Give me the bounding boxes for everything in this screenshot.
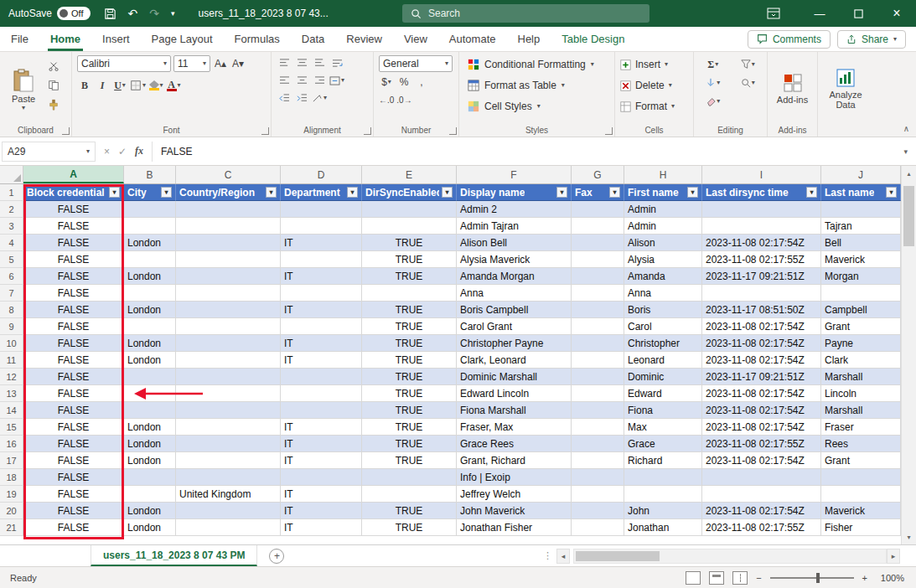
cell-D12[interactable] [281, 369, 362, 385]
font-size-combo[interactable]: 11▾ [173, 55, 210, 72]
cell-G6[interactable] [572, 268, 624, 285]
cell-D3[interactable] [281, 218, 362, 235]
cell-J13[interactable]: Lincoln [821, 385, 901, 402]
cell-C8[interactable] [176, 302, 281, 318]
table-header-dirsyncenabled[interactable]: DirSyncEnabled▾ [362, 184, 457, 201]
cell-F17[interactable]: Grant, Richard [457, 452, 572, 469]
cut-button[interactable] [45, 59, 62, 74]
cell-C12[interactable] [176, 369, 281, 385]
cell-D8[interactable]: IT [281, 302, 362, 318]
cell-E12[interactable]: TRUE [362, 369, 457, 385]
row-header-20[interactable]: 20 [0, 503, 23, 519]
cell-H7[interactable]: Anna [624, 285, 702, 302]
font-color-button[interactable]: A ▾ [166, 78, 181, 93]
cell-C16[interactable] [176, 436, 281, 452]
filter-button[interactable]: ▾ [266, 187, 277, 198]
zoom-in-button[interactable]: + [862, 573, 867, 583]
accounting-format-button[interactable]: $▾ [379, 75, 394, 90]
cell-B5[interactable] [124, 251, 176, 268]
table-header-city[interactable]: City▾ [124, 184, 176, 201]
cell-F15[interactable]: Fraser, Max [457, 419, 572, 436]
filter-button[interactable]: ▾ [556, 187, 567, 198]
cell-G16[interactable] [572, 436, 624, 452]
row-header-10[interactable]: 10 [0, 335, 23, 352]
quick-access-dropdown[interactable]: ▾ [171, 9, 175, 18]
cell-C18[interactable] [176, 469, 281, 486]
conditional-formatting-button[interactable]: Conditional Formatting ▾ [464, 55, 609, 74]
cell-F14[interactable]: Fiona Marshall [457, 402, 572, 419]
filter-button[interactable]: ▾ [109, 187, 120, 198]
table-header-display-name[interactable]: Display name▾ [457, 184, 572, 201]
cell-C9[interactable] [176, 318, 281, 335]
underline-button[interactable]: U▾ [112, 78, 127, 93]
filter-button[interactable]: ▾ [347, 187, 358, 198]
alignment-dialog-launcher[interactable] [364, 127, 371, 135]
analyze-data-button[interactable]: Analyze Data [823, 55, 868, 123]
cell-E3[interactable] [362, 218, 457, 235]
cell-styles-button[interactable]: Cell Styles ▾ [464, 97, 609, 116]
cell-G12[interactable] [572, 369, 624, 385]
row-header-9[interactable]: 9 [0, 318, 23, 335]
cell-J17[interactable]: Grant [821, 452, 901, 469]
column-header-J[interactable]: J [821, 166, 901, 183]
row-header-17[interactable]: 17 [0, 452, 23, 469]
insert-cells-button[interactable]: Insert ▾ [620, 55, 688, 74]
cell-F7[interactable]: Anna [457, 285, 572, 302]
decrease-font-size-button[interactable]: A▾ [230, 56, 246, 71]
align-middle-button[interactable] [294, 55, 309, 70]
cell-H12[interactable]: Dominic [624, 369, 702, 385]
cell-I14[interactable]: 2023-11-08 02:17:54Z [702, 402, 821, 419]
cell-A8[interactable]: FALSE [23, 302, 124, 318]
cell-D18[interactable] [281, 469, 362, 486]
cell-E5[interactable]: TRUE [362, 251, 457, 268]
cell-E17[interactable]: TRUE [362, 452, 457, 469]
cell-E4[interactable]: TRUE [362, 235, 457, 251]
cell-E14[interactable]: TRUE [362, 402, 457, 419]
table-header-block-credential[interactable]: Block credential▾ [23, 184, 124, 201]
cell-E18[interactable] [362, 469, 457, 486]
cell-G11[interactable] [572, 352, 624, 369]
ribbon-tab-review[interactable]: Review [335, 27, 393, 51]
cell-F6[interactable]: Amanda Morgan [457, 268, 572, 285]
table-header-last-name[interactable]: Last name▾ [821, 184, 901, 201]
cell-I7[interactable] [702, 285, 821, 302]
cell-C13[interactable] [176, 385, 281, 402]
cell-J12[interactable]: Marshall [821, 369, 901, 385]
decrease-decimal-button[interactable]: .0→ [396, 92, 411, 107]
cell-H15[interactable]: Max [624, 419, 702, 436]
format-painter-button[interactable] [45, 97, 62, 112]
cell-H19[interactable] [624, 486, 702, 503]
autosave-toggle[interactable]: AutoSave Off [8, 7, 91, 20]
cell-D5[interactable] [281, 251, 362, 268]
font-dialog-launcher[interactable] [261, 127, 269, 135]
cell-D20[interactable]: IT [281, 503, 362, 519]
clipboard-dialog-launcher[interactable] [62, 127, 70, 135]
cancel-entry-button[interactable]: × [104, 146, 110, 157]
cell-A3[interactable]: FALSE [23, 218, 124, 235]
cell-J4[interactable]: Bell [821, 235, 901, 251]
align-bottom-button[interactable] [312, 55, 327, 70]
cell-F18[interactable]: Info | Exoip [457, 469, 572, 486]
row-header-15[interactable]: 15 [0, 419, 23, 436]
cell-A7[interactable]: FALSE [23, 285, 124, 302]
cell-I6[interactable]: 2023-11-17 09:21:51Z [702, 268, 821, 285]
cell-H9[interactable]: Carol [624, 318, 702, 335]
cell-F5[interactable]: Alysia Maverick [457, 251, 572, 268]
cell-A16[interactable]: FALSE [23, 436, 124, 452]
cell-A18[interactable]: FALSE [23, 469, 124, 486]
vertical-scroll-thumb[interactable] [903, 186, 914, 246]
zoom-slider[interactable] [770, 577, 854, 579]
name-box[interactable]: A29 ▾ [2, 142, 96, 162]
cell-J8[interactable]: Campbell [821, 302, 901, 318]
cell-I10[interactable]: 2023-11-08 02:17:54Z [702, 335, 821, 352]
comments-button[interactable]: Comments [748, 30, 831, 49]
cell-D11[interactable]: IT [281, 352, 362, 369]
cell-E15[interactable]: TRUE [362, 419, 457, 436]
orientation-button[interactable]: ▾ [312, 90, 327, 106]
normal-view-button[interactable] [686, 571, 701, 585]
cell-B6[interactable]: London [124, 268, 176, 285]
cell-B7[interactable] [124, 285, 176, 302]
cell-E9[interactable]: TRUE [362, 318, 457, 335]
cell-I16[interactable]: 2023-11-08 02:17:55Z [702, 436, 821, 452]
scroll-down-arrow[interactable]: ▾ [902, 529, 916, 544]
